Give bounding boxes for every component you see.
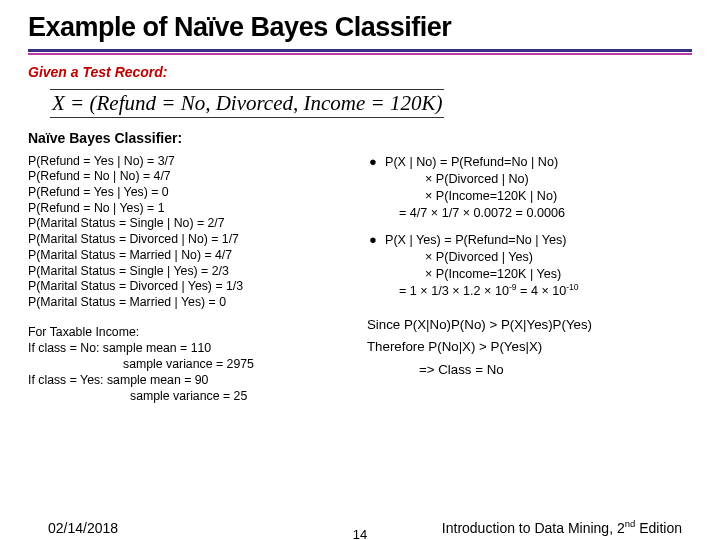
prob-line: P(Marital Status = Married | Yes) = 0 bbox=[28, 295, 359, 311]
pxno-main: P(X | No) = P(Refund=No | No) bbox=[385, 155, 558, 169]
title-rule bbox=[28, 49, 692, 55]
tax-line: sample variance = 2975 bbox=[28, 357, 359, 373]
conclusion-block: Since P(X|No)P(No) > P(X|Yes)P(Yes) Ther… bbox=[367, 314, 698, 382]
test-record-formula: X = (Refund = No, Divorced, Income = 120… bbox=[50, 89, 444, 118]
conclusion-result: => Class = No bbox=[367, 359, 698, 382]
conclusion-line: Therefore P(No|X) > P(Yes|X) bbox=[367, 336, 698, 359]
pxyes-main: P(X | Yes) = P(Refund=No | Yes) bbox=[385, 233, 567, 247]
bullet-icon: ● bbox=[367, 232, 385, 300]
taxable-income-block: For Taxable Income: If class = No: sampl… bbox=[28, 325, 359, 405]
prob-line: P(Marital Status = Divorced | No) = 1/7 bbox=[28, 232, 359, 248]
tax-line: If class = No: sample mean = 110 bbox=[28, 341, 359, 357]
page-number: 14 bbox=[0, 527, 720, 540]
prob-line: P(Refund = No | No) = 4/7 bbox=[28, 169, 359, 185]
slide-title: Example of Naïve Bayes Classifier bbox=[0, 0, 720, 49]
pxyes-sub2: × P(Income=120K | Yes) bbox=[425, 267, 561, 281]
bullet-pxyes: ● P(X | Yes) = P(Refund=No | Yes) × P(Di… bbox=[367, 232, 698, 300]
tax-line: sample variance = 25 bbox=[28, 389, 359, 405]
bullet-icon: ● bbox=[367, 154, 385, 222]
pxno-result: = 4/7 × 1/7 × 0.0072 = 0.0006 bbox=[385, 206, 565, 220]
conclusion-line: Since P(X|No)P(No) > P(X|Yes)P(Yes) bbox=[367, 314, 698, 337]
pxno-sub1: × P(Divorced | No) bbox=[425, 172, 529, 186]
classifier-label: Naïve Bayes Classifier: bbox=[0, 126, 720, 152]
pxyes-sub1: × P(Divorced | Yes) bbox=[425, 250, 533, 264]
prob-line: P(Marital Status = Single | No) = 2/7 bbox=[28, 216, 359, 232]
test-record: X = (Refund = No, Divorced, Income = 120… bbox=[0, 81, 720, 126]
bullet-pxno: ● P(X | No) = P(Refund=No | No) × P(Divo… bbox=[367, 154, 698, 222]
tax-line: If class = Yes: sample mean = 90 bbox=[28, 373, 359, 389]
pxyes-result: = 1 × 1/3 × 1.2 × 10-9 = 4 × 10-10 bbox=[385, 284, 579, 298]
prob-line: P(Marital Status = Married | No) = 4/7 bbox=[28, 248, 359, 264]
prob-line: P(Marital Status = Single | Yes) = 2/3 bbox=[28, 264, 359, 280]
tax-heading: For Taxable Income: bbox=[28, 325, 359, 341]
prob-list: P(Refund = Yes | No) = 3/7 P(Refund = No… bbox=[28, 154, 359, 311]
prob-line: P(Refund = No | Yes) = 1 bbox=[28, 201, 359, 217]
left-column: P(Refund = Yes | No) = 3/7 P(Refund = No… bbox=[28, 154, 359, 405]
given-record-label: Given a Test Record: bbox=[28, 64, 168, 80]
prob-line: P(Refund = Yes | Yes) = 0 bbox=[28, 185, 359, 201]
right-column: ● P(X | No) = P(Refund=No | No) × P(Divo… bbox=[367, 154, 698, 405]
prob-line: P(Refund = Yes | No) = 3/7 bbox=[28, 154, 359, 170]
prob-line: P(Marital Status = Divorced | Yes) = 1/3 bbox=[28, 279, 359, 295]
pxno-sub2: × P(Income=120K | No) bbox=[425, 189, 557, 203]
